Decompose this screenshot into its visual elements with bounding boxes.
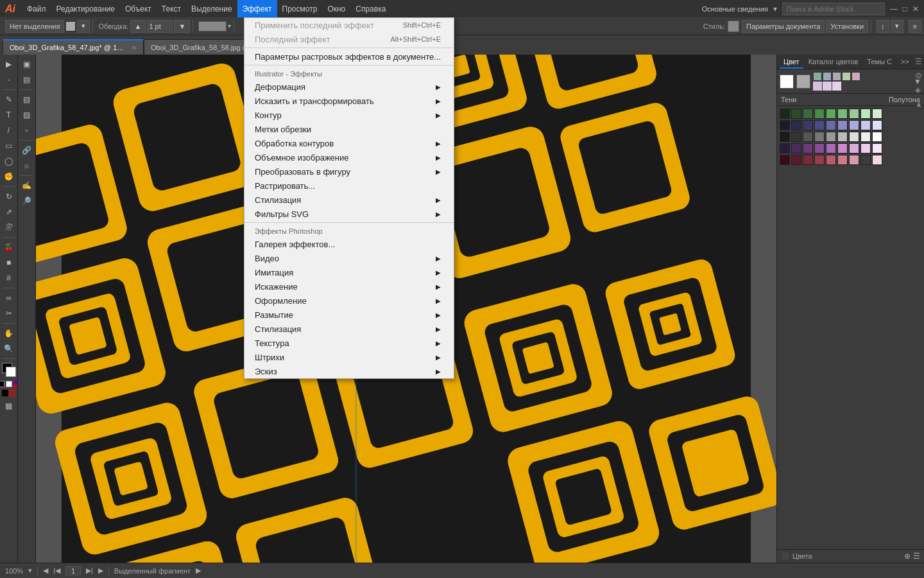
effect-stylize-ill[interactable]: Стилизация▶ (244, 193, 454, 207)
mode-preview[interactable] (9, 390, 15, 396)
effect-deform[interactable]: Деформация▶ (244, 80, 454, 94)
effect-strokes[interactable]: Штрихи▶ (244, 350, 454, 364)
effect-pathfinder[interactable]: Обработка контуров▶ (244, 136, 454, 150)
swatch-r7[interactable] (849, 155, 859, 165)
tool-zoom[interactable]: 🔍 (2, 342, 16, 356)
swatch-e6[interactable] (837, 120, 848, 130)
nav-end[interactable]: ▶| (86, 566, 93, 575)
swatch-p3[interactable] (803, 143, 813, 153)
swatch-small-6[interactable] (813, 82, 822, 91)
swatch-p6[interactable] (837, 143, 848, 153)
tool-select[interactable]: ▶ (2, 57, 16, 71)
effect-texture[interactable]: Текстура▶ (244, 336, 454, 350)
tool-scissors[interactable]: ✂ (2, 306, 16, 320)
tool-warp[interactable]: ⛈ (2, 220, 16, 234)
swatch-p1[interactable] (780, 143, 790, 153)
outline-down[interactable]: ▼ (174, 20, 190, 33)
swatch-small-2[interactable] (823, 72, 832, 81)
status-arrow[interactable]: ▶ (196, 566, 201, 575)
swatch-d7[interactable] (849, 109, 859, 119)
swatch-e3[interactable] (803, 120, 813, 130)
swatch-p4[interactable] (814, 143, 825, 153)
last-effect[interactable]: Последний эффект Alt+Shift+Ctrl+E (244, 32, 454, 46)
right-icon-2[interactable]: ⚙ (915, 71, 923, 80)
fill-black[interactable] (0, 381, 4, 387)
tab-1[interactable]: Oboi_3D_Grafika_58_47.jpg* @ 100% (RGB/П… (3, 39, 144, 55)
swatch-f4[interactable] (814, 132, 825, 142)
swatch-f8[interactable] (860, 132, 871, 142)
menu-edit[interactable]: Редактирование (51, 0, 120, 17)
nav-next[interactable]: ▶ (98, 566, 103, 575)
tool-blend[interactable]: ∞ (2, 291, 16, 305)
effect-3d[interactable]: Объемное изображение▶ (244, 150, 454, 164)
swatch-r5[interactable] (826, 155, 836, 165)
swatch-white[interactable] (780, 74, 794, 89)
tool-type[interactable]: T (2, 108, 16, 122)
tool-ellipse[interactable]: ◯ (2, 154, 16, 168)
swatch-d5[interactable] (826, 109, 836, 119)
tool-line[interactable]: / (2, 123, 16, 137)
swatch-small-7[interactable] (823, 82, 832, 91)
swatch-f5[interactable] (826, 132, 836, 142)
swatch-f3[interactable] (803, 132, 813, 142)
fill-gradient[interactable] (13, 381, 19, 387)
tool2-zoom2[interactable]: 🔎 (20, 194, 34, 208)
effect-blur[interactable]: Размытие▶ (244, 308, 454, 322)
setup-btn[interactable]: Установки (826, 20, 868, 33)
swatch-p8[interactable] (860, 143, 871, 153)
right-icon-1[interactable]: ☰ (915, 57, 923, 66)
tool-scale[interactable]: ⇗ (2, 205, 16, 219)
tool-rotate[interactable]: ↻ (2, 189, 16, 204)
effect-sketch[interactable]: Эскиз▶ (244, 364, 454, 378)
tool-artboard[interactable]: ▦ (2, 399, 16, 413)
right-icon-4[interactable]: ▲ (915, 100, 923, 109)
effect-cropmarks[interactable]: Метки обрезки (244, 122, 454, 136)
effect-svg-filters[interactable]: Фильтры SVG▶ (244, 207, 454, 221)
menu-help[interactable]: Справка (350, 0, 391, 17)
swatch-r4[interactable] (814, 155, 825, 165)
effect-video[interactable]: Видео▶ (244, 251, 454, 265)
rpanel-tab-color[interactable]: Цвет (780, 56, 803, 69)
swatch-f9[interactable] (872, 132, 882, 142)
swatch-r9[interactable] (872, 155, 882, 165)
swatch-e2[interactable] (791, 120, 801, 130)
transform-btn[interactable]: ↕ (877, 20, 889, 33)
swatch-f6[interactable] (837, 132, 848, 142)
tool2-link[interactable]: 🔗 (20, 143, 34, 157)
panel-action-1[interactable]: ⊕ (904, 552, 911, 561)
effect-rasterize[interactable]: Растрировать... (244, 179, 454, 193)
rpanel-tab-themes[interactable]: Темы С (863, 56, 896, 69)
swatch-r8[interactable] (860, 155, 871, 165)
swatch-d4[interactable] (814, 109, 825, 119)
swatch-e1[interactable] (780, 120, 790, 130)
tab-1-close[interactable]: ✕ (132, 44, 137, 51)
menu-window[interactable]: Окно (322, 0, 350, 17)
swatch-e4[interactable] (814, 120, 825, 130)
selection-label[interactable]: Нет выделения (5, 20, 64, 33)
tool2-layers[interactable]: ▣ (20, 57, 34, 71)
swatch-d9[interactable] (872, 109, 882, 119)
swatch-p7[interactable] (849, 143, 859, 153)
effect-distort[interactable]: Исказить и трансформировать▶ (244, 94, 454, 108)
effect-contour[interactable]: Контур▶ (244, 108, 454, 122)
swatch-small-5[interactable] (851, 72, 860, 81)
effect-stylize-ps[interactable]: Стилизация▶ (244, 322, 454, 336)
menu-view[interactable]: Просмотр (277, 0, 323, 17)
nav-start[interactable]: |◀ (53, 566, 60, 575)
outline-up[interactable]: ▲ (130, 20, 146, 33)
apply-last-effect[interactable]: Применить последний эффект Shift+Ctrl+E (244, 18, 454, 32)
outline-value[interactable] (147, 20, 173, 33)
effect-design[interactable]: Оформление▶ (244, 293, 454, 308)
swatch-e7[interactable] (849, 120, 859, 130)
effect-gallery[interactable]: Галерея эффектов... (244, 237, 454, 251)
swatch-e8[interactable] (860, 120, 871, 130)
page-number-input[interactable] (65, 566, 81, 575)
tool-brush[interactable]: ✊ (2, 170, 16, 184)
swatch-e5[interactable] (826, 120, 836, 130)
swatch-d6[interactable] (837, 109, 848, 119)
menu-text[interactable]: Текст (157, 0, 186, 17)
swatch-d3[interactable] (803, 109, 813, 119)
swatch-d8[interactable] (860, 109, 871, 119)
swatch-p2[interactable] (791, 143, 801, 153)
swatch-r6[interactable] (837, 155, 848, 165)
